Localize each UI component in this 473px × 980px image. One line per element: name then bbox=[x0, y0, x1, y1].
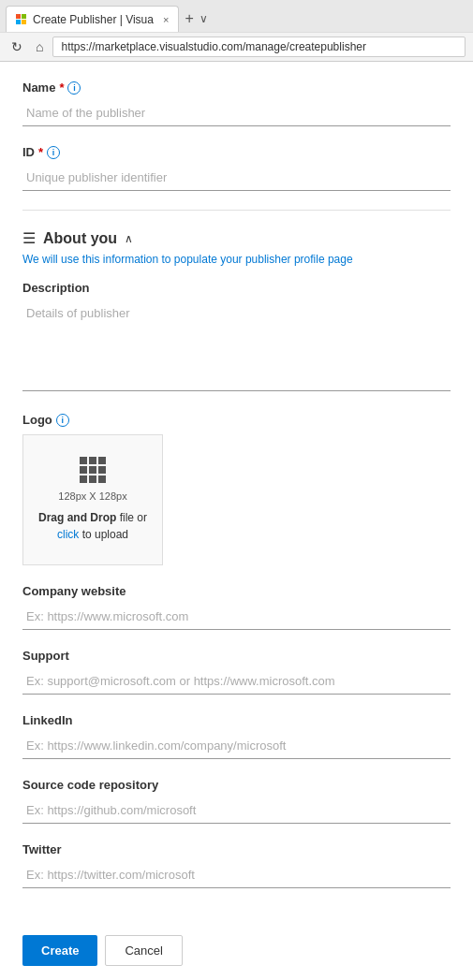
create-button[interactable]: Create bbox=[22, 935, 97, 966]
name-label: Name * i bbox=[22, 80, 451, 95]
twitter-field-group: Twitter bbox=[22, 842, 451, 888]
drag-drop-end: to upload bbox=[79, 528, 128, 541]
company-label: Company website bbox=[22, 584, 451, 598]
id-label: ID * i bbox=[22, 145, 451, 159]
about-section-header: ☰ About you ∧ bbox=[22, 229, 451, 247]
twitter-input[interactable] bbox=[22, 862, 451, 888]
source-field-group: Source code repository bbox=[22, 778, 451, 824]
source-input[interactable] bbox=[22, 797, 451, 824]
linkedin-input[interactable] bbox=[22, 733, 451, 759]
logo-info-icon[interactable]: i bbox=[56, 414, 69, 427]
page-content: Name * i ID * i ☰ About you ∧ We will us… bbox=[0, 62, 473, 980]
id-info-icon[interactable]: i bbox=[47, 146, 60, 159]
linkedin-field-group: LinkedIn bbox=[22, 713, 451, 759]
drag-drop-bold: Drag and Drop bbox=[38, 511, 116, 524]
tab-close-button[interactable]: × bbox=[163, 14, 169, 25]
logo-upload-area[interactable]: 128px X 128px Drag and Drop file or clic… bbox=[22, 434, 163, 565]
logo-grid-icon bbox=[80, 457, 106, 483]
nav-bar: ↻ ⌂ bbox=[0, 32, 473, 61]
tab-bar: Create Publisher | Visua × + ∨ bbox=[0, 0, 473, 32]
drag-drop-click-link[interactable]: click bbox=[57, 528, 79, 541]
about-section-icon: ☰ bbox=[22, 229, 36, 247]
id-required-star: * bbox=[38, 145, 43, 159]
description-label: Description bbox=[22, 281, 451, 295]
id-input[interactable] bbox=[22, 165, 451, 191]
description-input[interactable] bbox=[22, 300, 451, 391]
logo-size-text: 128px X 128px bbox=[58, 490, 126, 502]
support-label: Support bbox=[22, 649, 451, 663]
about-collapse-icon[interactable]: ∧ bbox=[125, 232, 133, 245]
reload-button[interactable]: ↻ bbox=[7, 37, 26, 56]
tab-title: Create Publisher | Visua bbox=[33, 13, 154, 26]
section-divider bbox=[22, 210, 451, 211]
logo-label: Logo i bbox=[22, 413, 451, 427]
company-input[interactable] bbox=[22, 604, 451, 630]
button-row: Create Cancel bbox=[22, 916, 451, 966]
name-required-star: * bbox=[59, 80, 64, 95]
favicon bbox=[16, 14, 27, 25]
about-subtitle: We will use this information to populate… bbox=[22, 253, 451, 266]
id-field-group: ID * i bbox=[22, 145, 451, 191]
name-info-icon[interactable]: i bbox=[67, 81, 81, 95]
address-bar[interactable] bbox=[52, 37, 466, 57]
browser-chrome: Create Publisher | Visua × + ∨ ↻ ⌂ bbox=[0, 0, 473, 62]
tab-control-chevron[interactable]: ∨ bbox=[200, 12, 208, 25]
active-tab[interactable]: Create Publisher | Visua × bbox=[6, 6, 179, 32]
about-section-title: About you bbox=[43, 230, 117, 247]
twitter-label: Twitter bbox=[22, 842, 451, 856]
description-field-group: Description bbox=[22, 281, 451, 394]
name-input[interactable] bbox=[22, 100, 451, 126]
new-tab-button[interactable]: + bbox=[179, 10, 199, 27]
linkedin-label: LinkedIn bbox=[22, 713, 451, 727]
name-field-group: Name * i bbox=[22, 80, 451, 126]
drag-drop-text: Drag and Drop file or click to upload bbox=[38, 509, 147, 543]
company-field-group: Company website bbox=[22, 584, 451, 630]
support-input[interactable] bbox=[22, 668, 451, 695]
support-field-group: Support bbox=[22, 649, 451, 695]
source-label: Source code repository bbox=[22, 778, 451, 792]
cancel-button[interactable]: Cancel bbox=[105, 935, 182, 966]
drag-drop-mid: file or bbox=[116, 511, 147, 524]
logo-field-group: Logo i 128px X 128px Drag and Drop file … bbox=[22, 413, 451, 565]
home-button[interactable]: ⌂ bbox=[32, 37, 47, 56]
